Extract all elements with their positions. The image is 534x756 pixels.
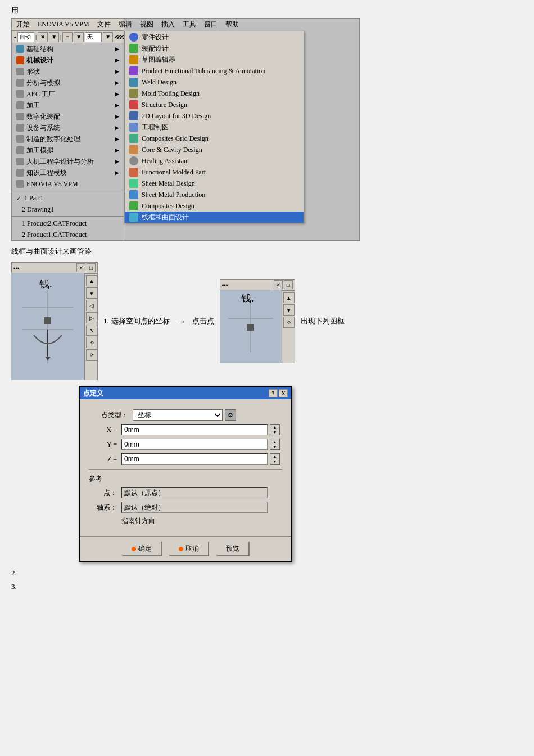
dialog-footer: 确定 取消 预览 — [80, 536, 291, 561]
rt-btn-6[interactable]: ⟲ — [86, 337, 97, 348]
submenu-item-fmp[interactable]: Functional Molded Part — [125, 166, 304, 178]
rt-rbtn-2[interactable]: ▼ — [283, 304, 295, 316]
submenu-item-assembly[interactable]: 装配设计 — [125, 43, 304, 54]
sketch-icon — [129, 55, 138, 64]
dialog-close-btn[interactable]: X — [279, 389, 288, 397]
submenu-item-sketch[interactable]: 草图编辑器 — [125, 54, 304, 65]
submenu-item-sheetprod[interactable]: Sheet Metal Production — [125, 189, 304, 200]
menu-item-edit[interactable]: 编辑 — [116, 19, 134, 30]
submenu-item-composites[interactable]: Composites Grid Design — [125, 133, 304, 144]
submenu-item-compositesdesign[interactable]: Composites Design — [125, 200, 304, 212]
sidebar-item-analysis[interactable]: 分析与模拟 — [12, 77, 124, 88]
step1-text-before: 选择空间点的坐标 — [111, 316, 170, 326]
toolbar-auto-dropdown[interactable]: 自动 — [17, 32, 34, 42]
pft-icon — [129, 66, 138, 75]
x-input[interactable] — [121, 424, 268, 435]
section-title: 线框与曲面设计来画管路 — [11, 246, 523, 256]
svg-marker-4 — [45, 357, 51, 361]
sidebar-item-mfg[interactable]: 制造的数字化处理 — [12, 133, 124, 145]
rt-btn-3[interactable]: ◁ — [86, 300, 97, 311]
y-label: Y = — [89, 440, 117, 449]
wireframe-icon — [129, 213, 138, 222]
canvas-btn-x2[interactable]: ✕ — [274, 280, 283, 289]
y-spinner[interactable]: ▲ ▼ — [270, 439, 280, 450]
sidebar-recent-1[interactable]: 1 Part1 — [12, 192, 124, 204]
sidebar-recent-3[interactable]: 1 Product2.CATProduct — [12, 218, 124, 229]
rt-btn-4[interactable]: ▷ — [86, 312, 97, 323]
submenu-item-pft[interactable]: Product Functional Tolerancing & Annotat… — [125, 65, 304, 76]
z-input[interactable] — [121, 453, 268, 465]
canvas-right: 钱. — [220, 290, 282, 363]
toolbar-none-dropdown[interactable]: 无 — [85, 32, 102, 42]
submenu-item-sheetmetal[interactable]: Sheet Metal Design — [125, 178, 304, 189]
canvas-btn-sq[interactable]: □ — [87, 263, 96, 272]
sidebar-item-structure[interactable]: 基础结构 — [12, 43, 124, 55]
menu-item-start[interactable]: 开始 — [14, 19, 32, 30]
submenu-item-part[interactable]: 零件设计 — [125, 32, 304, 43]
sidebar-item-aec[interactable]: AEC 工厂 — [12, 88, 124, 100]
toolbar-eq-btn[interactable]: ≡ — [62, 32, 73, 42]
svg-rect-8 — [247, 324, 254, 331]
x-spinner[interactable]: ▲ ▼ — [270, 424, 280, 435]
menu-item-insert[interactable]: 插入 — [159, 19, 177, 30]
point-type-dropdown[interactable]: 坐标 — [133, 410, 223, 421]
menu-item-view[interactable]: 视图 — [138, 19, 156, 30]
dialog-help-btn[interactable]: ? — [269, 389, 278, 397]
toolbar-arrow2-btn[interactable]: ▼ — [74, 32, 84, 42]
dialog-row-y: Y = ▲ ▼ — [89, 439, 282, 450]
sidebar-recent-4[interactable]: 2 Product1.CATProduct — [12, 229, 124, 240]
ok-button[interactable]: 确定 — [121, 541, 162, 556]
preview-button[interactable]: 预览 — [216, 541, 250, 556]
healing-icon — [129, 156, 138, 165]
rt-rbtn-1[interactable]: ▲ — [283, 292, 295, 303]
sidebar-item-knowledge[interactable]: 知识工程模块 — [12, 167, 124, 178]
rt-btn-7[interactable]: ⟳ — [86, 349, 97, 361]
point-type-label: 点类型： — [89, 411, 128, 420]
submenu-item-2dlayout[interactable]: 2D Layout for 3D Design — [125, 110, 304, 122]
menu-item-tools[interactable]: 工具 — [180, 19, 198, 30]
menu-item-file[interactable]: 文件 — [95, 19, 113, 30]
sidebar-item-machining[interactable]: 加工 — [12, 100, 124, 111]
submenu-item-structure[interactable]: Structure Design — [125, 99, 304, 110]
step1-area: ▪▪▪ ✕ □ — [11, 262, 523, 380]
assembly-icon — [129, 44, 138, 53]
z-spinner[interactable]: ▲ ▼ — [270, 453, 280, 465]
submenu-item-corecavity[interactable]: Core & Cavity Design — [125, 144, 304, 155]
cancel-button[interactable]: 取消 — [169, 541, 209, 556]
menu-container: 开始 ENOVIA V5 VPM 文件 编辑 视图 插入 工具 窗口 帮助 ▪ … — [11, 18, 360, 241]
rt-btn-5[interactable]: ↖ — [86, 325, 97, 336]
x-label: X = — [89, 426, 117, 434]
toolbar-icon-1: ▪ — [14, 34, 16, 40]
point-type-icon: ⚙ — [225, 410, 236, 421]
rt-btn-1[interactable]: ▲ — [86, 275, 97, 286]
submenu-item-weld[interactable]: Weld Design — [125, 76, 304, 88]
menu-item-help[interactable]: 帮助 — [223, 19, 241, 30]
weld-icon — [129, 78, 138, 87]
submenu-item-mold[interactable]: Mold Tooling Design — [125, 88, 304, 99]
point-ref-value: 默认（原点） — [121, 487, 268, 498]
toolbar-arrow-btn[interactable]: ▼ — [49, 32, 59, 42]
submenu-item-healing[interactable]: Healing Assistant — [125, 155, 304, 166]
submenu-item-wireframe[interactable]: 线框和曲面设计 — [125, 212, 304, 223]
rt-btn-2[interactable]: ▼ — [86, 287, 97, 299]
sidebar-item-mech[interactable]: 机械设计 — [12, 55, 124, 66]
sidebar-item-shape[interactable]: 形状 — [12, 66, 124, 77]
rt-rbtn-3[interactable]: ⟲ — [283, 317, 295, 328]
canvas-btn-x[interactable]: ✕ — [76, 263, 85, 272]
sidebar-item-digital[interactable]: 数字化装配 — [12, 111, 124, 122]
dialog-row-point-ref: 点： 默认（原点） — [89, 487, 282, 498]
submenu-item-engineering[interactable]: 工程制图 — [125, 122, 304, 133]
canvas-title-left: ▪▪▪ — [13, 265, 75, 271]
canvas-btn-sq2[interactable]: □ — [284, 280, 293, 289]
toolbar-x-btn[interactable]: ✕ — [38, 32, 48, 42]
toolbar-arrow3-btn[interactable]: ▼ — [103, 32, 113, 42]
sidebar-item-ergonomics[interactable]: 人机工程学设计与分析 — [12, 156, 124, 167]
y-input[interactable] — [121, 439, 268, 450]
toolbar-sep2: | — [60, 34, 61, 40]
sidebar-item-enovia[interactable]: ENOVIA V5 VPM — [12, 178, 124, 190]
menu-item-window[interactable]: 窗口 — [202, 19, 220, 30]
sidebar-item-machsim[interactable]: 加工模拟 — [12, 145, 124, 156]
menu-item-enovia[interactable]: ENOVIA V5 VPM — [35, 20, 92, 29]
sidebar-recent-2[interactable]: 2 Drawing1 — [12, 204, 124, 215]
sidebar-item-equip[interactable]: 设备与系统 — [12, 122, 124, 133]
